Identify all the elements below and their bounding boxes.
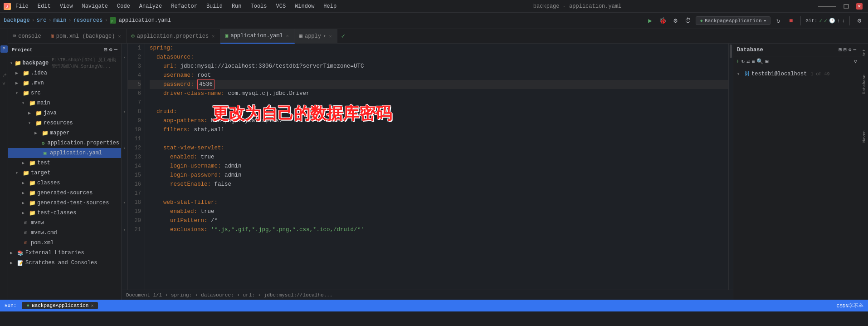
db-add-icon[interactable]: + xyxy=(736,58,740,65)
settings-icon2[interactable]: ⚙ xyxy=(109,46,112,53)
tree-item-resources[interactable]: ▾ 📁 resources xyxy=(8,118,121,128)
scrollbar-thumb[interactable] xyxy=(730,44,732,58)
tab-apply-close[interactable]: ✕ xyxy=(328,33,332,40)
collapse-all-icon[interactable]: ⊟ xyxy=(104,46,107,53)
tab-console[interactable]: ⌨ console xyxy=(8,29,46,44)
tree-item-classes[interactable]: ▶ 📁 classes xyxy=(8,178,121,188)
project-tree: ▾ 📁 backpage E:\TB-shop\[024] 员工考勤管理系统\H… xyxy=(8,56,121,300)
breadcrumb-src[interactable]: src xyxy=(37,17,47,24)
menu-run[interactable]: Run xyxy=(230,2,244,10)
git-pull[interactable]: ↓ xyxy=(842,18,845,24)
run-tab-close[interactable]: ✕ xyxy=(91,303,93,308)
tab-dropdown[interactable]: ▾ xyxy=(323,34,326,39)
close-button[interactable]: ✕ xyxy=(856,3,863,10)
database-side-tab[interactable]: Database xyxy=(861,71,868,98)
tab-apply[interactable]: ▦ apply ▾ ✕ xyxy=(295,29,338,44)
tree-item-gen-sources[interactable]: ▶ 📁 generated-sources xyxy=(8,188,121,198)
maven-side-tab[interactable]: Maven xyxy=(861,127,868,146)
breadcrumb-resources[interactable]: resources xyxy=(73,17,103,24)
project-tool-button[interactable]: P xyxy=(0,45,8,53)
tree-item-target[interactable]: ▾ 📁 target xyxy=(8,168,121,178)
git-push[interactable]: ↑ xyxy=(837,18,840,24)
panel-expand-icon[interactable]: ⊞ xyxy=(839,47,842,53)
gutter-fold-21[interactable]: ▾ xyxy=(122,225,127,234)
minimize-button[interactable] xyxy=(818,6,836,7)
tab-pom[interactable]: m pom.xml (backpage) ✕ xyxy=(46,29,127,44)
tree-item-app-yaml[interactable]: ▶ ▣ application.yaml xyxy=(8,148,121,158)
db-connection-item[interactable]: ▾ 🗄 testdb1@localhost 1 of 49 xyxy=(733,69,860,79)
menu-help[interactable]: Help xyxy=(322,2,338,10)
menu-window[interactable]: Window xyxy=(293,2,316,10)
settings-icon[interactable]: ⚙ xyxy=(854,16,864,26)
db-refresh-icon[interactable]: ↻ xyxy=(741,58,745,65)
tree-label-scratches: Scratches and Consoles xyxy=(25,260,97,266)
stop-icon[interactable]: ■ xyxy=(786,16,796,26)
file-saved-indicator: ✓ xyxy=(341,32,345,40)
panel-split-icon[interactable]: ⊟ xyxy=(844,47,847,53)
tree-item-mvnw-cmd[interactable]: ▶ m mvnw.cmd xyxy=(8,228,121,238)
close-sidebar-icon[interactable]: — xyxy=(114,46,117,53)
ant-explorer-tab[interactable]: Ant xyxy=(861,45,868,60)
run-tab-item[interactable]: ● BackpageApplication ✕ xyxy=(22,302,98,309)
title-bar: J File Edit View Navigate Code Analyze R… xyxy=(0,0,868,13)
gutter-fold-18[interactable]: ▾ xyxy=(122,198,127,207)
restore-button[interactable] xyxy=(844,4,849,9)
tree-item-java[interactable]: ▶ 📁 java xyxy=(8,108,121,118)
tree-item-gen-test-sources[interactable]: ▶ 📁 generated-test-sources xyxy=(8,198,121,208)
vcs-tool-button[interactable]: V xyxy=(0,80,8,87)
menu-navigate[interactable]: Navigate xyxy=(80,2,110,10)
menu-code[interactable]: Code xyxy=(115,2,132,10)
tree-item-app-props[interactable]: ▶ ⚙ application.properties xyxy=(8,138,121,148)
breadcrumb-project[interactable]: backpage xyxy=(4,17,30,24)
tree-item-backpage[interactable]: ▾ 📁 backpage E:\TB-shop\[024] 员工考勤管理系统\H… xyxy=(8,58,121,68)
coverage-icon[interactable]: ⚙ xyxy=(670,16,680,26)
debug-icon[interactable]: 🐞 xyxy=(658,16,668,26)
tree-item-test[interactable]: ▶ 📁 test xyxy=(8,158,121,168)
menu-bar[interactable]: File Edit View Navigate Code Analyze Ref… xyxy=(14,2,338,10)
panel-close-icon[interactable]: — xyxy=(853,47,856,53)
db-sync-icon[interactable]: ⇄ xyxy=(746,58,750,65)
menu-tools[interactable]: Tools xyxy=(249,2,269,10)
menu-view[interactable]: View xyxy=(58,2,75,10)
tab-app-yaml[interactable]: ▣ application.yaml ✕ xyxy=(220,29,294,44)
tab-pom-close[interactable]: ✕ xyxy=(117,33,122,40)
run-config-selector[interactable]: ● BackpageApplication ▾ xyxy=(696,16,770,25)
db-more-icon[interactable]: ⊞ xyxy=(765,58,768,65)
db-filter-icon[interactable]: ≡ xyxy=(751,59,755,65)
tree-label-java: java xyxy=(44,110,57,116)
tree-item-mvnw[interactable]: ▶ m mvnw xyxy=(8,218,121,228)
tab-yaml-close[interactable]: ✕ xyxy=(285,33,290,39)
tree-item-scratches[interactable]: ▶ 📝 Scratches and Consoles xyxy=(8,258,121,268)
menu-vcs[interactable]: VCS xyxy=(274,2,288,10)
tree-item-mvn[interactable]: ▶ 📁 .mvn xyxy=(8,78,121,88)
menu-build[interactable]: Build xyxy=(205,2,224,10)
tree-item-ext-libs[interactable]: ▶ 📚 External Libraries xyxy=(8,248,121,258)
db-query-icon[interactable]: 🔍 xyxy=(756,58,763,65)
breadcrumb-main[interactable]: main xyxy=(54,17,67,24)
tree-item-src[interactable]: ▾ 📁 src xyxy=(8,88,121,98)
tree-item-main[interactable]: ▾ 📁 main xyxy=(8,98,121,108)
project-strip xyxy=(0,29,8,44)
gutter-fold-8[interactable]: ▾ xyxy=(122,107,127,116)
refresh-icon[interactable]: ↻ xyxy=(773,16,783,26)
gutter-fold-2[interactable]: ▾ xyxy=(122,53,127,62)
panel-settings-icon[interactable]: ⚙ xyxy=(848,47,852,53)
menu-edit[interactable]: Edit xyxy=(36,2,53,10)
menu-refactor[interactable]: Refactor xyxy=(169,2,199,10)
db-funnel-icon[interactable]: ▽ xyxy=(854,58,857,65)
profile-icon[interactable]: ⏱ xyxy=(683,16,693,26)
code-editor[interactable]: spring: datasource: url: jdbc:mysql://lo… xyxy=(145,44,728,290)
tab-props-close[interactable]: ✕ xyxy=(211,33,215,40)
tree-item-mapper[interactable]: ▶ 📁 mapper xyxy=(8,128,121,138)
menu-file[interactable]: File xyxy=(14,2,30,10)
run-icon[interactable]: ▶ xyxy=(645,16,655,26)
menu-analyze[interactable]: Analyze xyxy=(137,2,164,10)
vertical-scrollbar[interactable] xyxy=(728,44,733,290)
gutter-fold-12[interactable]: ▾ xyxy=(122,143,127,153)
tab-app-props[interactable]: ⚙ application.properties ✕ xyxy=(127,29,221,44)
tree-item-pom[interactable]: ▶ m pom.xml xyxy=(8,238,121,248)
commit-tool-button[interactable]: ⎇ xyxy=(0,72,8,79)
code-line-15: login-password: admin xyxy=(150,171,728,180)
tree-item-idea[interactable]: ▶ 📁 .idea xyxy=(8,68,121,78)
tree-item-test-classes[interactable]: ▶ 📁 test-classes xyxy=(8,208,121,218)
